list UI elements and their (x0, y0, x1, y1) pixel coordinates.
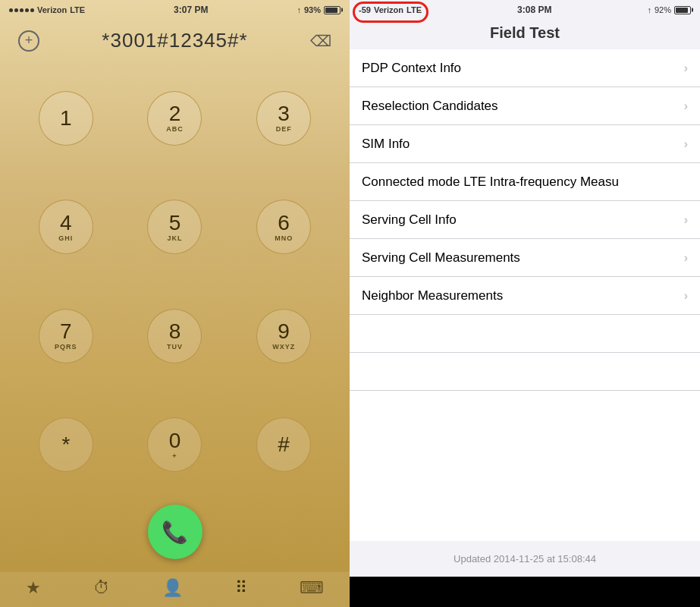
updated-timestamp: Updated 2014-11-25 at 15:08:44 (454, 553, 596, 565)
key-star[interactable]: * (15, 395, 117, 496)
field-location-icon: ↑ (647, 5, 651, 14)
menu-item-pdp[interactable]: PDP Context Info › (350, 49, 700, 87)
keypad-grid: 1 2 ABC 3 DEF 4 GHI 5 JKL (0, 61, 350, 498)
phone-icon: 📞 (162, 520, 188, 545)
key-6[interactable]: 6 MNO (233, 177, 334, 278)
key-3[interactable]: 3 DEF (233, 68, 334, 169)
field-test-footer: Updated 2014-11-25 at 15:08:44 (350, 541, 700, 577)
key-number-8: 8 (169, 321, 181, 342)
field-test-panel: -59 Verizon LTE 3:08 PM ↑ 92% Field Test… (350, 0, 700, 607)
key-circle-star[interactable]: * (39, 417, 93, 472)
field-carrier-label: Verizon (374, 5, 403, 14)
menu-item-sim-label: SIM Info (362, 137, 410, 152)
menu-item-reselection-chevron: › (684, 99, 688, 113)
tab-favorites[interactable]: ★ (26, 578, 41, 598)
menu-item-sim[interactable]: SIM Info › (350, 125, 700, 163)
field-network-label: LTE (407, 5, 422, 14)
menu-item-serving-cell-label: Serving Cell Info (362, 212, 457, 228)
key-number-4: 4 (60, 212, 72, 234)
key-circle-4[interactable]: 4 GHI (39, 200, 93, 254)
tab-voicemail[interactable]: ⌨ (300, 578, 324, 598)
key-circle-5[interactable]: 5 JKL (147, 200, 202, 254)
menu-item-serving-cell-chevron: › (684, 213, 688, 227)
delete-button[interactable]: ⌫ (310, 30, 331, 52)
menu-item-reselection[interactable]: Reselection Candidates › (350, 87, 700, 125)
field-battery-icon (674, 6, 691, 14)
key-circle-hash[interactable]: # (256, 417, 311, 472)
phone-time: 3:07 PM (174, 5, 208, 15)
menu-item-serving-cell[interactable]: Serving Cell Info › (350, 201, 700, 239)
key-4[interactable]: 4 GHI (15, 177, 117, 278)
key-circle-1[interactable]: 1 (39, 91, 93, 146)
contacts-icon: 👤 (162, 578, 183, 598)
recents-icon: ⏱ (93, 578, 110, 598)
signal-dots (9, 8, 34, 12)
key-number-6: 6 (278, 212, 290, 234)
key-circle-7[interactable]: 7 PQRS (39, 309, 93, 363)
call-button[interactable]: 📞 (148, 505, 202, 559)
key-7[interactable]: 7 PQRS (15, 285, 117, 387)
key-number-9: 9 (278, 321, 290, 342)
key-circle-6[interactable]: 6 MNO (256, 200, 311, 254)
menu-item-neighbor[interactable]: Neighbor Measurements › (350, 277, 700, 315)
field-status-left: -59 Verizon LTE (359, 5, 422, 14)
key-circle-8[interactable]: 8 TUV (147, 309, 202, 363)
key-letters-0: + (172, 452, 177, 460)
tab-recents[interactable]: ⏱ (93, 578, 110, 598)
tab-keypad[interactable]: ⠿ (235, 578, 247, 598)
tab-bar: ★ ⏱ 👤 ⠿ ⌨ (0, 571, 350, 607)
key-number-hash: # (278, 434, 290, 455)
menu-item-pdp-chevron: › (684, 61, 688, 75)
key-5[interactable]: 5 JKL (124, 177, 226, 278)
key-8[interactable]: 8 TUV (124, 285, 226, 387)
field-battery-fill (676, 8, 688, 13)
key-letters-5: JKL (167, 234, 182, 242)
key-letters-9: WXYZ (272, 343, 295, 351)
battery-icon (324, 6, 341, 14)
dialer-display: *3001#12345#* (46, 29, 304, 52)
menu-item-neighbor-label: Neighbor Measurements (362, 288, 503, 304)
field-battery-percent: 92% (654, 5, 671, 14)
menu-empty-1 (350, 315, 700, 353)
signal-strength-value: -59 (359, 5, 371, 14)
key-number-3: 3 (278, 103, 290, 124)
key-circle-9[interactable]: 9 WXYZ (256, 309, 311, 363)
key-letters-3: DEF (276, 125, 292, 133)
location-icon: ↑ (297, 5, 301, 14)
phone-status-right: ↑ 93% (297, 5, 341, 14)
tab-contacts[interactable]: 👤 (162, 578, 183, 598)
field-test-menu: PDP Context Info › Reselection Candidate… (350, 49, 700, 541)
key-0[interactable]: 0 + (124, 395, 226, 496)
menu-item-connected-lte-label: Connected mode LTE Intra-frequency Measu (362, 175, 619, 190)
phone-status-left: Verizon LTE (9, 5, 85, 14)
key-circle-2[interactable]: 2 ABC (147, 91, 202, 146)
call-area: 📞 (0, 498, 350, 571)
key-1[interactable]: 1 (15, 68, 117, 169)
key-9[interactable]: 9 WXYZ (233, 285, 334, 387)
battery-percent: 93% (304, 5, 321, 14)
key-letters-7: PQRS (55, 343, 77, 351)
phone-dialer-panel: Verizon LTE 3:07 PM ↑ 93% + *3001#12345#… (0, 0, 350, 607)
add-contact-button[interactable]: + (18, 30, 39, 52)
key-hash[interactable]: # (233, 395, 334, 496)
key-2[interactable]: 2 ABC (124, 68, 226, 169)
field-status-bar: -59 Verizon LTE 3:08 PM ↑ 92% (350, 0, 700, 20)
favorites-icon: ★ (26, 578, 41, 598)
menu-item-reselection-label: Reselection Candidates (362, 99, 498, 114)
key-circle-0[interactable]: 0 + (147, 417, 202, 472)
field-time: 3:08 PM (517, 5, 551, 15)
battery-fill (325, 8, 337, 13)
key-number-7: 7 (60, 321, 72, 342)
menu-item-serving-measurements-label: Serving Cell Measurements (362, 250, 520, 266)
menu-item-serving-measurements[interactable]: Serving Cell Measurements › (350, 239, 700, 277)
dialer-input-row: + *3001#12345#* ⌫ (6, 23, 344, 58)
field-status-right: ↑ 92% (647, 5, 691, 14)
menu-item-connected-lte[interactable]: Connected mode LTE Intra-frequency Measu (350, 163, 700, 201)
menu-item-neighbor-chevron: › (684, 289, 688, 303)
carrier-label: Verizon (37, 5, 67, 14)
network-label: LTE (70, 5, 85, 14)
key-letters-8: TUV (167, 343, 183, 351)
menu-item-sim-chevron: › (684, 137, 688, 151)
key-number-1: 1 (60, 108, 72, 129)
key-circle-3[interactable]: 3 DEF (256, 91, 311, 146)
